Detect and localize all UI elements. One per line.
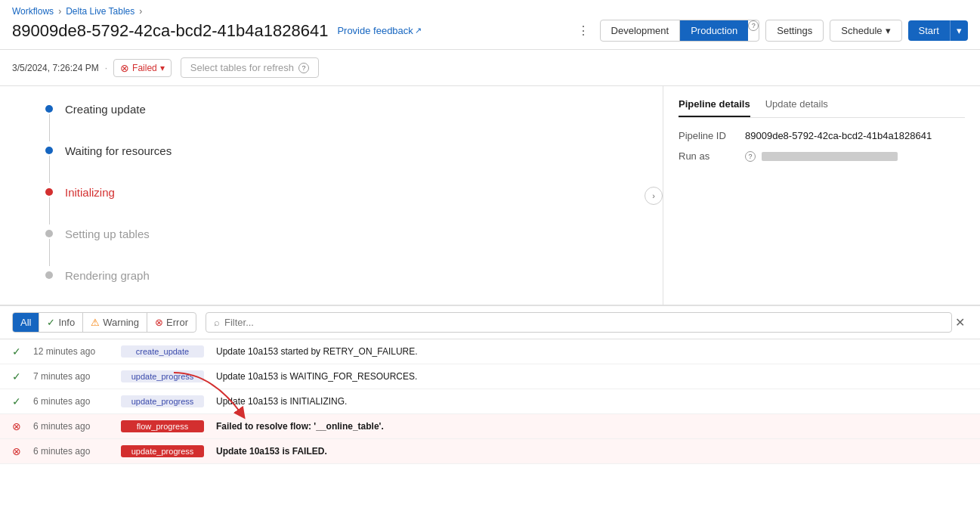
collapse-panel-button[interactable]: › [645,187,663,205]
tab-update-details[interactable]: Update details [765,98,828,117]
log-row: ✓ 7 minutes ago update_progress Update 1… [0,364,980,389]
run-time: 3/5/2024, 7:26:24 PM [12,63,99,73]
log-table: ✓ 12 minutes ago create_update Update 10… [0,339,980,464]
details-tabs: Pipeline details Update details [679,98,965,118]
log-message-4: Failed to resolve flow: '__online_table'… [216,421,968,432]
status-badge[interactable]: ⊗ Failed ▾ [113,59,172,77]
pipeline-id-row: Pipeline ID 89009de8-5792-42ca-bcd2-41b4… [679,130,965,141]
step-label-initializing: Initializing [65,184,115,226]
log-tag-2: update_progress [121,370,204,382]
log-filter-bar: All ✓ Info ⚠ Warning ⊗ Error ⌕ ✕ [0,306,980,339]
breadcrumb-sep2: › [139,6,142,17]
log-message-1: Update 10a153 started by RETRY_ON_FAILUR… [216,346,968,357]
log-row: ✓ 12 minutes ago create_update Update 10… [0,339,980,364]
status-text: Failed [132,63,157,73]
step-line-1 [49,114,50,141]
start-dropdown-button[interactable]: ▾ [950,20,968,41]
log-tag-4: flow_progress [121,420,204,432]
step-dot-3 [45,188,53,196]
log-icon-3: ✓ [12,395,21,407]
log-message-3: Update 10a153 is INITIALIZING. [216,396,968,407]
toolbar-row: 3/5/2024, 7:26:24 PM · ⊗ Failed ▾ Select… [0,50,980,86]
production-mode-button[interactable]: Production [679,20,748,41]
run-as-info-icon: ? [745,151,756,162]
step-label-rendering-graph: Rendering graph [65,268,150,309]
breadcrumb-sep1: › [58,6,61,17]
breadcrumb-workflows[interactable]: Workflows [12,6,54,17]
run-as-redacted [762,152,898,161]
log-time-4: 6 minutes ago [33,421,109,432]
log-message-5: Update 10a153 is FAILED. [216,446,968,457]
filter-error-button[interactable]: ⊗ Error [147,313,196,332]
log-tag-5: update_progress [121,445,204,457]
filter-search-container: ⌕ [206,312,952,333]
step-label-setting-up-tables: Setting up tables [65,226,150,268]
select-tables-button[interactable]: Select tables for refresh ? [181,57,319,78]
status-chevron-icon: ▾ [160,63,165,73]
pipeline-id-value: 89009de8-5792-42ca-bcd2-41b4a1828641 [745,130,932,141]
log-icon-4: ⊗ [12,420,21,432]
start-button[interactable]: Start [908,20,950,41]
info-check-icon: ✓ [47,317,55,328]
step-dot-2 [45,147,53,154]
schedule-button[interactable]: Schedule ▾ [830,20,901,42]
step-indicator-3 [45,184,53,224]
run-as-label: Run as [679,150,739,162]
pipeline-visualization: Creating update Waiting for resources In… [0,86,663,305]
external-link-icon: ↗ [415,26,422,36]
log-section: All ✓ Info ⚠ Warning ⊗ Error ⌕ ✕ ✓ 12 mi… [0,305,980,464]
step-setting-up-tables: Setting up tables [45,226,632,268]
mode-group: Development Production ? [600,20,760,42]
details-panel: Pipeline details Update details Pipeline… [663,86,980,305]
step-line-4 [49,239,50,266]
log-filter-group: All ✓ Info ⚠ Warning ⊗ Error [12,312,196,333]
run-info: 3/5/2024, 7:26:24 PM · ⊗ Failed ▾ [12,59,172,77]
step-indicator-5 [45,268,53,279]
step-label-waiting-resources: Waiting for resources [65,143,172,184]
log-icon-1: ✓ [12,345,21,358]
breadcrumb-delta-live-tables[interactable]: Delta Live Tables [66,6,134,17]
development-mode-button[interactable]: Development [601,20,680,41]
step-label-creating-update: Creating update [65,101,146,143]
schedule-chevron-icon: ▾ [886,25,891,36]
log-row: ✓ 6 minutes ago update_progress Update 1… [0,389,980,414]
log-row-error-5: ⊗ 6 minutes ago update_progress Update 1… [0,439,980,464]
filter-all-button[interactable]: All [13,313,39,332]
filter-warning-button[interactable]: ⚠ Warning [82,313,147,332]
warning-icon: ⚠ [91,317,100,328]
log-time-1: 12 minutes ago [33,346,109,357]
feedback-link[interactable]: Provide feedback ↗ [337,25,421,36]
step-waiting-resources: Waiting for resources [45,143,632,184]
log-tag-3: update_progress [121,395,204,407]
step-dot-5 [45,271,53,279]
log-time-3: 6 minutes ago [33,396,109,407]
select-tables-info-icon: ? [298,63,309,73]
failed-icon: ⊗ [120,62,129,74]
step-creating-update: Creating update [45,101,632,143]
more-options-button[interactable]: ⋮ [573,20,594,41]
step-line-3 [49,197,50,224]
log-time-5: 6 minutes ago [33,446,109,457]
close-filter-button[interactable]: ✕ [952,315,968,330]
log-message-2: Update 10a153 is WAITING_FOR_RESOURCES. [216,371,968,382]
start-chevron-icon: ▾ [957,25,962,36]
filter-info-button[interactable]: ✓ Info [39,313,82,332]
main-content: Creating update Waiting for resources In… [0,86,980,305]
step-dot-1 [45,105,53,113]
start-group: Start ▾ [908,20,968,41]
settings-button[interactable]: Settings [765,20,824,42]
step-rendering-graph: Rendering graph [45,268,632,309]
pipeline-id-label: Pipeline ID [679,130,739,141]
error-circle-icon: ⊗ [155,317,163,328]
log-row-error-4: ⊗ 6 minutes ago flow_progress Failed to … [0,414,980,439]
step-initializing: Initializing [45,184,632,226]
step-line-2 [49,156,50,183]
dot-separator: · [105,63,107,73]
search-icon: ⌕ [214,317,220,328]
tab-pipeline-details[interactable]: Pipeline details [679,98,750,117]
log-icon-5: ⊗ [12,445,21,457]
filter-search-input[interactable] [224,317,944,328]
run-as-row: Run as ? [679,150,965,162]
step-dot-4 [45,230,53,237]
mode-info-icon: ? [748,20,759,31]
